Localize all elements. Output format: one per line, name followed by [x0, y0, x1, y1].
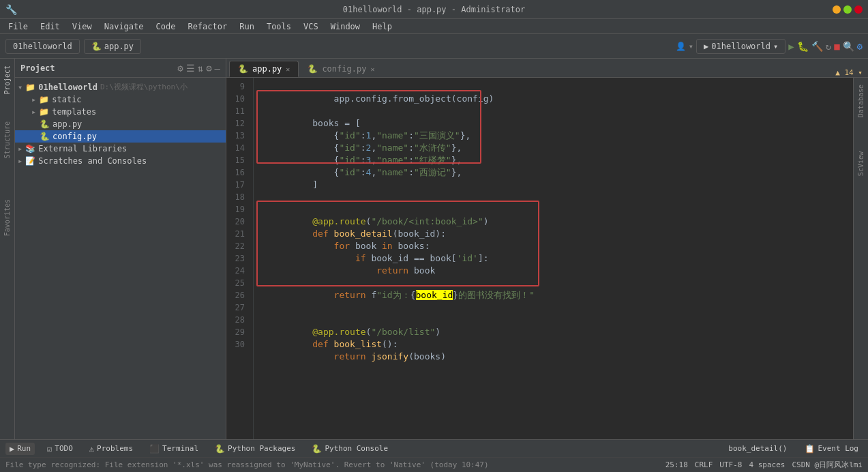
menu-navigate[interactable]: Navigate: [99, 20, 149, 33]
menu-edit[interactable]: Edit: [35, 20, 65, 33]
stop-button[interactable]: ■: [834, 41, 839, 52]
line-ending[interactable]: CRLF: [695, 460, 713, 469]
python-console-tab[interactable]: 🐍 Python Console: [308, 443, 392, 455]
project-tabs: 01helloworld 🐍 app.py: [5, 37, 141, 56]
tree-root-folder[interactable]: ▾ 📁 01helloworld D:\视频课程\python\小: [15, 80, 226, 93]
project-panel-label[interactable]: Project: [3, 61, 11, 98]
line-19: 19: [226, 203, 250, 216]
tree-static-folder[interactable]: ▸ 📁 static: [15, 93, 226, 106]
warning-indicator: ▲ 14 ▾: [835, 68, 863, 77]
menu-view[interactable]: View: [67, 20, 98, 33]
tree-external-libs[interactable]: ▸ 📚 External Libraries: [15, 143, 226, 155]
refresh-button[interactable]: ↻: [826, 41, 831, 52]
run-tab[interactable]: ▶ Run: [5, 443, 35, 455]
line-10: 10: [226, 93, 250, 105]
menu-tools[interactable]: Tools: [261, 20, 297, 33]
window-title: 01helloworld - app.py - Administrator: [343, 5, 525, 14]
scratches-icon: 📝: [25, 156, 35, 166]
close-button[interactable]: [854, 5, 863, 14]
line-29: 29: [226, 326, 250, 338]
encoding[interactable]: UTF-8: [719, 460, 742, 469]
terminal-tab-label: Terminal: [162, 444, 198, 453]
problems-tab[interactable]: ⚠ Problems: [85, 443, 137, 455]
cursor-position[interactable]: 25:18: [665, 460, 688, 469]
project-tab[interactable]: 01helloworld: [5, 39, 80, 54]
run-tab-label: Run: [17, 444, 31, 453]
menu-window[interactable]: Window: [325, 20, 365, 33]
terminal-tab[interactable]: ⬛ Terminal: [145, 443, 203, 455]
python-packages-icon: 🐍: [215, 444, 225, 454]
code-line-16: ]: [259, 166, 848, 179]
python-console-tab-label: Python Console: [325, 444, 388, 453]
ext-libs-label: External Libraries: [38, 144, 127, 153]
person-icon[interactable]: 👤: [676, 42, 686, 51]
code-line-22: if book_id == book['id']:: [259, 240, 848, 252]
editor-actions: ▲ 14 ▾: [835, 68, 865, 77]
code-line-12: {"id":1,"name":"三国演义"},: [259, 117, 848, 130]
indent-setting[interactable]: 4 spaces: [749, 460, 785, 469]
structure-panel-label[interactable]: Structure: [3, 117, 11, 162]
code-line-9: app.config.from_object(config): [259, 80, 848, 93]
app-py-icon: 🐍: [40, 119, 50, 129]
status-bar: File type recognized: File extension '*.…: [0, 457, 868, 472]
run-config-dropdown-icon: ▾: [773, 42, 778, 51]
tab-app-py-icon: 🐍: [238, 64, 248, 74]
expand-icon: ▾: [18, 83, 23, 92]
sidebar-settings-icon[interactable]: ⚙: [206, 63, 211, 74]
code-line-25: return f"id为：{book_id}的图书没有找到！": [259, 277, 848, 289]
tree-templates-folder[interactable]: ▸ 📁 templates: [15, 106, 226, 118]
database-panel-label[interactable]: Database: [857, 80, 865, 121]
menu-code[interactable]: Code: [151, 20, 181, 33]
line-28: 28: [226, 314, 250, 326]
event-log-tab[interactable]: 📋 Event Log: [800, 443, 863, 455]
settings-button[interactable]: ⚙: [857, 41, 863, 52]
tab-config-py[interactable]: 🐍 config.py ✕: [299, 61, 383, 77]
tree-config-py[interactable]: 🐍 config.py: [15, 130, 226, 143]
menu-refactor[interactable]: Refactor: [182, 20, 233, 33]
maximize-button[interactable]: [843, 5, 852, 14]
event-log-icon: 📋: [805, 444, 815, 454]
file-tab-nav[interactable]: 🐍 app.py: [84, 39, 141, 54]
sidebar-gear-icon[interactable]: ⚙: [177, 63, 183, 74]
search-button[interactable]: 🔍: [843, 41, 854, 52]
root-folder-path: D:\视频课程\python\小: [100, 82, 188, 92]
breadcrumb-text: book_detail(): [728, 444, 787, 453]
tree-scratches[interactable]: ▸ 📝 Scratches and Consoles: [15, 155, 226, 167]
run-config-button[interactable]: ▶ 01helloworld ▾: [696, 39, 785, 54]
sidebar-close-icon[interactable]: —: [215, 63, 220, 74]
menu-help[interactable]: Help: [367, 20, 398, 33]
menu-run[interactable]: Run: [234, 20, 260, 33]
menu-vcs[interactable]: VCS: [298, 20, 324, 33]
line-13: 13: [226, 130, 250, 142]
debug-button[interactable]: 🐛: [797, 41, 809, 52]
favorites-panel-label[interactable]: Favorites: [3, 195, 11, 240]
tab-config-py-close[interactable]: ✕: [370, 65, 374, 73]
python-packages-tab[interactable]: 🐍 Python Packages: [211, 443, 299, 455]
menu-file[interactable]: File: [3, 20, 33, 33]
run-button-green[interactable]: ▶: [788, 41, 794, 52]
code-line-17: [259, 179, 848, 191]
minimize-button[interactable]: [833, 5, 841, 14]
sidebar-header: Project ⚙ ☰ ⇅ ⚙ —: [15, 59, 226, 78]
code-area[interactable]: app.config.from_object(config) books = […: [254, 78, 853, 439]
line-30: 30: [226, 338, 250, 351]
tab-app-py-close[interactable]: ✕: [286, 65, 290, 73]
sidebar-sort-icon[interactable]: ⇅: [198, 63, 203, 74]
tree-app-py[interactable]: 🐍 app.py: [15, 118, 226, 130]
editor-content: 9 10 11 12 13 14 15 16 17 18 19 20 21 22…: [226, 78, 868, 439]
terminal-icon: ⬛: [149, 444, 160, 454]
title-bar: 🔧 01helloworld - app.py - Administrator: [0, 0, 868, 19]
code-line-18: [259, 191, 848, 203]
code-line-27: [259, 301, 848, 314]
left-panel-icons: Project Structure Favorites: [0, 59, 15, 439]
tab-app-py-label: app.py: [252, 64, 282, 74]
sidebar-header-icons: ⚙ ☰ ⇅ ⚙ —: [177, 63, 220, 74]
todo-tab[interactable]: ☑ TODO: [43, 443, 77, 455]
build-button[interactable]: 🔨: [811, 41, 823, 52]
dropdown-icon[interactable]: ▾: [689, 42, 693, 51]
code-line-21: for book in books:: [259, 228, 848, 240]
run-icon: ▶: [10, 444, 14, 454]
sidebar-list-icon[interactable]: ☰: [186, 63, 195, 74]
tab-app-py[interactable]: 🐍 app.py ✕: [229, 61, 299, 77]
scview-panel-label[interactable]: ScView: [857, 147, 865, 180]
